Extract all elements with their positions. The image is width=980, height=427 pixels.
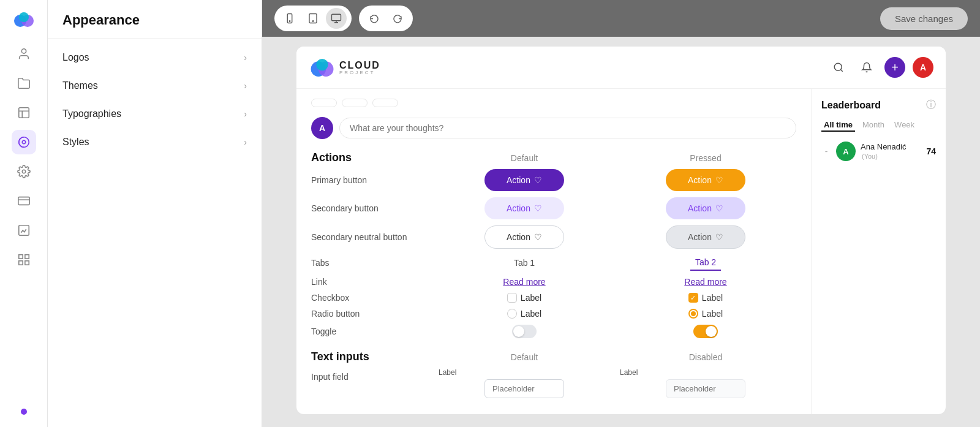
tab-2[interactable]: Tab 2 (690, 255, 721, 271)
user-avatar[interactable]: A (913, 57, 933, 78)
svg-rect-9 (18, 225, 29, 236)
heart-icon: ♡ (534, 175, 542, 185)
nav-tab-1[interactable] (311, 99, 337, 107)
leaderboard-tab-week[interactable]: Week (892, 119, 917, 132)
secondary-button-pressed[interactable]: Action ♡ (666, 197, 745, 219)
heart-icon-pressed: ♡ (715, 175, 723, 185)
toggle-off[interactable] (512, 325, 537, 338)
primary-button-pressed[interactable]: Action ♡ (666, 169, 745, 191)
undo-group (359, 6, 413, 31)
main-area: Save changes CLOUD PROJECT (262, 0, 980, 427)
toggle-off-knob (513, 326, 524, 337)
leaderboard-panel: Leaderboard ⓘ All time Month Week - A An… (811, 89, 946, 414)
neutral-button-pressed-cell: Action ♡ (615, 225, 796, 249)
add-button[interactable]: + (884, 57, 905, 78)
radio-checked-cell: Label (615, 309, 796, 319)
logo-subtext: PROJECT (339, 70, 380, 75)
app-logo[interactable] (12, 7, 36, 32)
leaderboard-tab-alltime[interactable]: All time (821, 119, 855, 132)
nav-themes[interactable]: Themes › (48, 72, 262, 100)
leaderboard-title: Leaderboard (821, 100, 881, 111)
svg-point-3 (21, 49, 26, 53)
sidebar-item-card[interactable] (12, 189, 36, 213)
primary-button-pressed-cell: Action ♡ (615, 169, 796, 191)
desktop-view-button[interactable] (326, 8, 347, 29)
comment-input[interactable] (339, 118, 796, 138)
nav-styles[interactable]: Styles › (48, 128, 262, 156)
actions-section: Actions Default Pressed Primary button A… (311, 151, 796, 338)
sidebar-item-settings[interactable] (12, 159, 36, 184)
nav-logos[interactable]: Logos › (48, 43, 262, 72)
toggle-row: Toggle (311, 325, 796, 338)
tab-1[interactable]: Tab 1 (509, 255, 540, 270)
radio-checked-inner (691, 311, 696, 316)
device-group (274, 6, 352, 31)
sidebar-dot (21, 409, 27, 415)
text-input-disabled-cell: Label (615, 368, 796, 398)
primary-button-row: Primary button Action ♡ Action ♡ (311, 169, 796, 191)
nav-typographies[interactable]: Typographies › (48, 100, 262, 128)
search-button[interactable] (828, 57, 849, 78)
sidebar-item-folder[interactable] (12, 71, 36, 96)
svg-point-7 (22, 170, 26, 173)
radio-label: Radio button (311, 309, 434, 319)
heart-icon-neutral: ♡ (534, 232, 542, 242)
text-input-disabled-label: Label (620, 368, 638, 377)
text-inputs-section-title: Text inputs (311, 350, 434, 363)
nav-tab-2[interactable] (342, 99, 368, 107)
text-inputs-section: Text inputs Default Disabled Input field… (311, 350, 796, 398)
link-label: Link (311, 277, 434, 287)
sidebar-item-grid[interactable] (12, 248, 36, 272)
radio-unchecked[interactable] (507, 309, 517, 319)
comment-avatar: A (311, 117, 333, 139)
text-input-field-label: Input field (311, 368, 434, 382)
leaderboard-tab-month[interactable]: Month (860, 119, 887, 132)
chevron-right-icon: › (244, 81, 247, 91)
radio-row: Radio button Label Label (311, 309, 796, 319)
secondary-button-label: Secondary button (311, 203, 434, 213)
actions-col-pressed: Pressed (615, 153, 796, 163)
checkbox-default-cell: Label (434, 293, 615, 303)
radio-checked[interactable] (688, 309, 698, 319)
sidebar-item-chart[interactable] (12, 218, 36, 243)
link-default[interactable]: Read more (503, 277, 545, 287)
undo-button[interactable] (364, 8, 385, 29)
radio-default-cell: Label (434, 309, 615, 319)
neutral-button-pressed[interactable]: Action ♡ (666, 225, 745, 249)
link-pressed[interactable]: Read more (684, 277, 726, 287)
notification-button[interactable] (856, 57, 877, 78)
svg-rect-18 (332, 14, 341, 21)
checkbox-checked[interactable]: ✓ (688, 293, 698, 303)
svg-rect-12 (24, 261, 28, 265)
info-icon[interactable]: ⓘ (926, 99, 936, 111)
primary-button-default[interactable]: Action ♡ (484, 169, 564, 191)
redo-button[interactable] (387, 8, 408, 29)
sidebar-item-layout[interactable] (12, 100, 36, 125)
checkbox-unchecked[interactable] (507, 293, 517, 303)
sidebar-item-users[interactable] (12, 42, 36, 66)
sidebar-item-appearance[interactable] (12, 130, 36, 154)
tabs-label: Tabs (311, 258, 434, 268)
tabs-row: Tabs Tab 1 Tab 2 (311, 255, 796, 271)
chevron-right-icon: › (244, 53, 247, 62)
actions-header-row: Actions Default Pressed (311, 151, 796, 164)
primary-button-default-cell: Action ♡ (434, 169, 615, 191)
svg-point-17 (312, 21, 314, 22)
toggle-on[interactable] (693, 325, 718, 338)
leaderboard-tabs: All time Month Week (821, 119, 936, 132)
save-changes-button[interactable]: Save changes (880, 7, 968, 30)
preview-area: CLOUD PROJECT + A (262, 37, 980, 427)
toggle-off-cell (434, 325, 615, 338)
secondary-button-default[interactable]: Action ♡ (484, 197, 564, 219)
text-input-default[interactable] (484, 379, 564, 398)
secondary-button-row: Secondary button Action ♡ Action (311, 197, 796, 219)
checkbox-label: Checkbox (311, 293, 434, 303)
leaderboard-entry: - A Ana Nenadić (You) 74 (821, 142, 936, 161)
leaderboard-avatar: A (836, 142, 856, 161)
text-inputs-header-row: Text inputs Default Disabled (311, 350, 796, 363)
tablet-view-button[interactable] (303, 8, 323, 29)
mobile-view-button[interactable] (279, 8, 300, 29)
nav-tab-3[interactable] (372, 99, 398, 107)
secondary-button-default-cell: Action ♡ (434, 197, 615, 219)
neutral-button-default[interactable]: Action ♡ (484, 225, 564, 249)
